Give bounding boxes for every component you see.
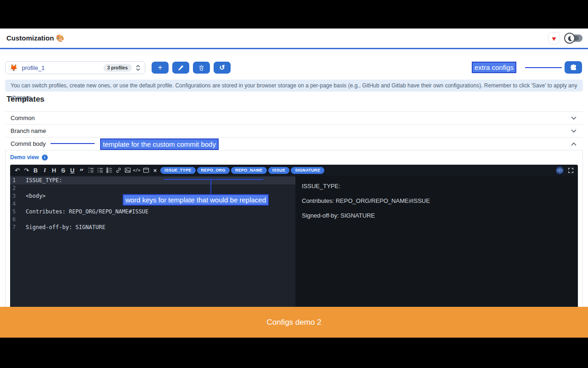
info-icon[interactable]: i xyxy=(42,155,48,161)
code-line: 6 xyxy=(10,216,295,224)
extra-configs-button[interactable] xyxy=(565,61,582,74)
ordered-list-icon[interactable] xyxy=(87,166,95,174)
quote-icon[interactable]: ” xyxy=(78,166,85,174)
trash-icon xyxy=(198,65,204,71)
preview-line: Signed-off-by: SIGNATURE xyxy=(302,212,571,219)
pencil-icon xyxy=(178,65,184,71)
reset-icon: ↺ xyxy=(219,63,225,72)
chip-issue[interactable]: ISSUE xyxy=(268,167,290,174)
annotation-commit-body: template for the custom commit body xyxy=(100,138,219,150)
eye-icon xyxy=(557,167,563,173)
annotation-connector-line xyxy=(51,143,95,144)
select-stepper-icon xyxy=(136,64,141,72)
code-icon[interactable]: </> xyxy=(133,166,141,174)
image-icon[interactable] xyxy=(124,166,131,174)
preview-pane: ISSUE_TYPE: Contributes: REPO_ORG/REPO_N… xyxy=(295,176,578,307)
annotation-connector-line xyxy=(525,67,562,68)
fullscreen-button[interactable] xyxy=(567,167,575,174)
delete-profile-button[interactable] xyxy=(193,62,210,74)
chip-repo-org[interactable]: REPO_ORG xyxy=(197,167,230,174)
undo-icon[interactable]: ↶ xyxy=(13,166,21,174)
accordion-item-common[interactable]: Common xyxy=(5,111,583,124)
editor-toolbar: ↶ ↷ B I H S U ” </> × ISSUE_TYPE REPO_OR… xyxy=(10,165,578,176)
chevron-down-icon xyxy=(571,129,577,133)
accordion-label: Commit body xyxy=(5,140,46,147)
underline-icon[interactable]: U xyxy=(68,166,76,174)
annotation-connector-line xyxy=(164,179,263,180)
code-line: 1ISSUE_TYPE: xyxy=(10,177,295,184)
demo-view-label: Demo view i xyxy=(10,154,48,161)
puzzle-icon xyxy=(570,64,577,71)
window-icon[interactable] xyxy=(142,166,150,174)
accordion-label: Common xyxy=(5,115,35,121)
info-alert: You can switch profiles, create new ones… xyxy=(5,80,583,92)
page-title: Customization 🎨 xyxy=(6,34,64,42)
chevron-up-icon xyxy=(571,142,577,146)
italic-icon[interactable]: I xyxy=(41,166,49,174)
preview-line: Contributes: REPO_ORG/REPO_NAME#ISSUE xyxy=(302,197,571,204)
dark-mode-toggle[interactable] xyxy=(564,33,582,44)
code-line: 5Contributes: REPO_ORG/REPO_NAME#ISSUE xyxy=(10,208,295,216)
task-list-icon[interactable] xyxy=(105,166,113,174)
moon-icon xyxy=(564,33,575,44)
page-header: Customization 🎨 xyxy=(0,29,588,49)
chip-repo-name[interactable]: REPO_NAME xyxy=(231,167,267,174)
preview-toggle-button[interactable] xyxy=(556,167,564,174)
heart-icon: ♥ xyxy=(552,34,556,42)
demo-banner: Configs demo 2 xyxy=(0,307,588,338)
editor-body: 1ISSUE_TYPE: 2 3<body> 4 5Contributes: R… xyxy=(10,176,578,307)
annotation-connector-line xyxy=(210,180,211,195)
annotation-word-keys: word keys for template that would be rep… xyxy=(123,194,269,206)
favorite-button[interactable]: ♥ xyxy=(548,32,560,44)
profile-count-badge: 3 profiles xyxy=(103,64,132,72)
demo-banner-text: Configs demo 2 xyxy=(266,318,321,327)
redo-icon[interactable]: ↷ xyxy=(23,166,30,174)
templates-heading: Templates xyxy=(6,95,45,104)
chip-issue-type[interactable]: ISSUE_TYPE xyxy=(160,167,196,174)
clear-format-icon[interactable]: × xyxy=(151,166,159,174)
add-profile-button[interactable]: + xyxy=(152,62,169,74)
fox-emoji-icon: 🦊 xyxy=(10,64,17,71)
letterbox-top xyxy=(0,0,588,29)
heading-icon[interactable]: H xyxy=(50,166,58,174)
demo-view-text: Demo view xyxy=(10,154,39,161)
bold-icon[interactable]: B xyxy=(32,166,40,174)
chevron-down-icon xyxy=(571,116,577,120)
selected-profile-name: profile_1 xyxy=(22,64,103,71)
code-line: 2 xyxy=(10,184,295,192)
accordion-label: Branch name xyxy=(5,127,46,134)
profile-select[interactable]: 🦊 profile_1 3 profiles xyxy=(5,61,145,74)
commit-body-editor: ↶ ↷ B I H S U ” </> × ISSUE_TYPE REPO_OR… xyxy=(10,165,578,307)
link-icon[interactable] xyxy=(114,166,122,174)
reset-profile-button[interactable]: ↺ xyxy=(214,62,231,74)
page: Customization 🎨 ♥ 🦊 profile_1 3 profiles… xyxy=(0,29,588,307)
edit-profile-button[interactable] xyxy=(172,62,189,74)
plus-icon: + xyxy=(158,63,163,72)
chip-signature[interactable]: SIGNATURE xyxy=(291,167,324,174)
accordion-item-branch-name[interactable]: Branch name xyxy=(5,124,583,137)
letterbox-bottom xyxy=(0,338,588,368)
code-line: 7Signed-off-by: SIGNATURE xyxy=(10,224,295,231)
annotation-extra-configs: extra configs xyxy=(472,62,516,73)
fullscreen-icon xyxy=(568,167,574,173)
unordered-list-icon[interactable] xyxy=(96,166,104,174)
preview-line: ISSUE_TYPE: xyxy=(302,183,571,190)
strikethrough-icon[interactable]: S xyxy=(59,166,67,174)
